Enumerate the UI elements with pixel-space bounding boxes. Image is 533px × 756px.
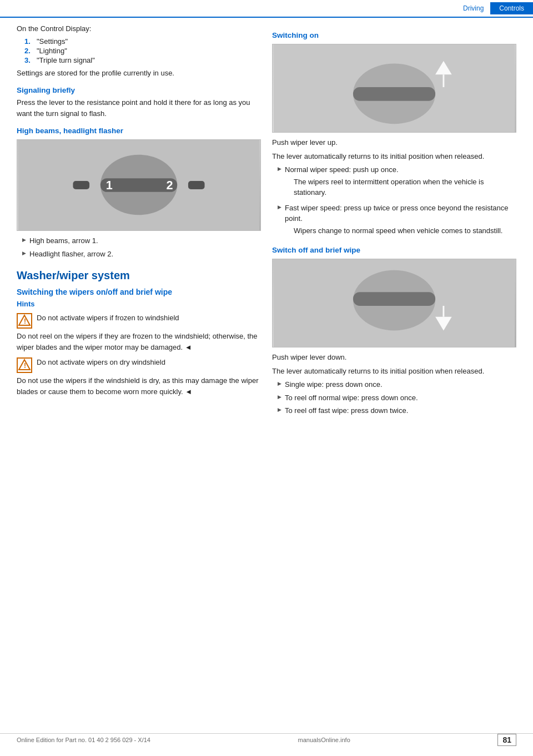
list-item: 3. "Triple turn signal" xyxy=(24,56,261,64)
header-driving: Driving xyxy=(456,2,490,14)
high-beams-bullet1: ▶ High beams, arrow 1. xyxy=(22,235,261,246)
numbered-list: 1. "Settings" 2. "Lighting" 3. "Triple t… xyxy=(24,37,261,64)
single-wipe-text: Single wipe: press down once. xyxy=(285,379,516,390)
footer-page-number: 81 xyxy=(497,734,516,746)
push-up-text: Push wiper lever up. xyxy=(272,137,516,148)
svg-text:!: ! xyxy=(24,362,26,370)
high-beams-image: 1 2 1 2 xyxy=(17,139,261,231)
fast-wipe-bullet: ▶ To reel off fast wipe: press down twic… xyxy=(278,405,516,416)
list-item: 2. "Lighting" xyxy=(24,47,261,55)
svg-text:1: 1 xyxy=(106,178,113,192)
end-marker: ◄ xyxy=(185,343,192,351)
list-text: "Lighting" xyxy=(37,47,67,55)
footer-logo: manualsOnline.info xyxy=(298,737,350,743)
svg-rect-13 xyxy=(353,87,435,101)
push-down-text: Push wiper lever down. xyxy=(272,352,516,363)
normal-wipe-bullet: ▶ To reel off normal wipe: press down on… xyxy=(278,392,516,404)
normal-speed-title: Normal wiper speed: push up once. xyxy=(285,165,399,174)
footer-edition: Online Edition for Part no. 01 40 2 956 … xyxy=(17,737,150,743)
svg-text:2: 2 xyxy=(166,178,173,192)
header-controls: Controls xyxy=(490,2,533,14)
normal-speed-bullet: ▶ Normal wiper speed: push up once. The … xyxy=(278,164,516,200)
page-footer: Online Edition for Part no. 01 40 2 956 … xyxy=(0,733,533,746)
normal-wipe-text: To reel off normal wipe: press down once… xyxy=(285,392,516,404)
page-header: Driving Controls xyxy=(0,0,533,18)
auto-return-down-text: The lever automatically returns to its i… xyxy=(272,366,516,377)
bullet-icon: ▶ xyxy=(278,166,281,172)
list-num: 2. xyxy=(24,47,33,55)
bullet-icon: ▶ xyxy=(22,250,26,256)
washer-wiper-heading: Washer/wiper system xyxy=(17,269,261,282)
warning-box-2: ! Do not activate wipers on dry windshie… xyxy=(17,357,261,373)
switch-off-heading: Switch off and brief wipe xyxy=(272,246,516,254)
list-text: "Settings" xyxy=(37,37,68,46)
switching-wipers-heading: Switching the wipers on/off and brief wi… xyxy=(17,288,261,296)
hints-heading: Hints xyxy=(17,300,261,308)
signaling-briefly-heading: Signaling briefly xyxy=(17,86,261,94)
warning-box-1: ! Do not activate wipers if frozen to wi… xyxy=(17,313,261,329)
fast-wipe-text: To reel off fast wipe: press down twice. xyxy=(285,405,516,416)
warning-text-1: Do not activate wipers if frozen to wind… xyxy=(37,313,261,324)
switching-on-image xyxy=(272,44,516,133)
switch-off-image xyxy=(272,259,516,347)
svg-rect-18 xyxy=(353,292,435,306)
svg-rect-3 xyxy=(73,181,89,189)
end-marker2: ◄ xyxy=(185,387,192,396)
list-text: "Triple turn signal" xyxy=(37,56,95,64)
warning2-para: Do not use the wipers if the windshield … xyxy=(17,375,261,397)
bullet-icon: ▶ xyxy=(278,394,281,400)
single-wipe-bullet: ▶ Single wipe: press down once. xyxy=(278,379,516,390)
normal-speed-sub: The wipers reel to intermittent operatio… xyxy=(294,177,516,198)
warning-icon-2: ! xyxy=(17,357,32,373)
warning-icon-1: ! xyxy=(17,313,32,329)
svg-text:!: ! xyxy=(24,317,26,325)
warning1-para: Do not reel on the wipers if they are fr… xyxy=(17,331,261,352)
fast-speed-bullet: ▶ Fast wiper speed: press up twice or pr… xyxy=(278,203,516,239)
high-beams-bullet2: ▶ Headlight flasher, arrow 2. xyxy=(22,249,261,260)
bullet-text: High beams, arrow 1. xyxy=(29,235,261,246)
high-beams-heading: High beams, headlight flasher xyxy=(17,127,261,135)
switching-on-heading: Switching on xyxy=(272,31,516,39)
list-num: 3. xyxy=(24,56,33,64)
bullet-icon: ▶ xyxy=(22,237,26,243)
bullet-icon: ▶ xyxy=(278,381,281,386)
right-column: Switching on Push wiper lever up. The le… xyxy=(272,23,516,419)
bullet-text: Headlight flasher, arrow 2. xyxy=(29,249,261,260)
left-column: On the Control Display: 1. "Settings" 2.… xyxy=(17,23,261,419)
svg-rect-4 xyxy=(188,181,205,189)
list-item: 1. "Settings" xyxy=(24,37,261,46)
fast-speed-sub: Wipers change to normal speed when vehic… xyxy=(294,225,516,236)
signaling-briefly-text: Press the lever to the resistance point … xyxy=(17,97,261,119)
list-num: 1. xyxy=(24,37,33,46)
settings-note: Settings are stored for the profile curr… xyxy=(17,68,261,79)
page-content: On the Control Display: 1. "Settings" 2.… xyxy=(0,23,533,419)
warning-text-2: Do not activate wipers on dry windshield xyxy=(37,357,261,368)
intro-text: On the Control Display: xyxy=(17,23,261,34)
bullet-icon: ▶ xyxy=(278,407,281,412)
auto-return-text: The lever automatically returns to its i… xyxy=(272,151,516,162)
bullet-icon: ▶ xyxy=(278,204,281,210)
fast-speed-title: Fast wiper speed: press up twice or pres… xyxy=(285,204,509,223)
